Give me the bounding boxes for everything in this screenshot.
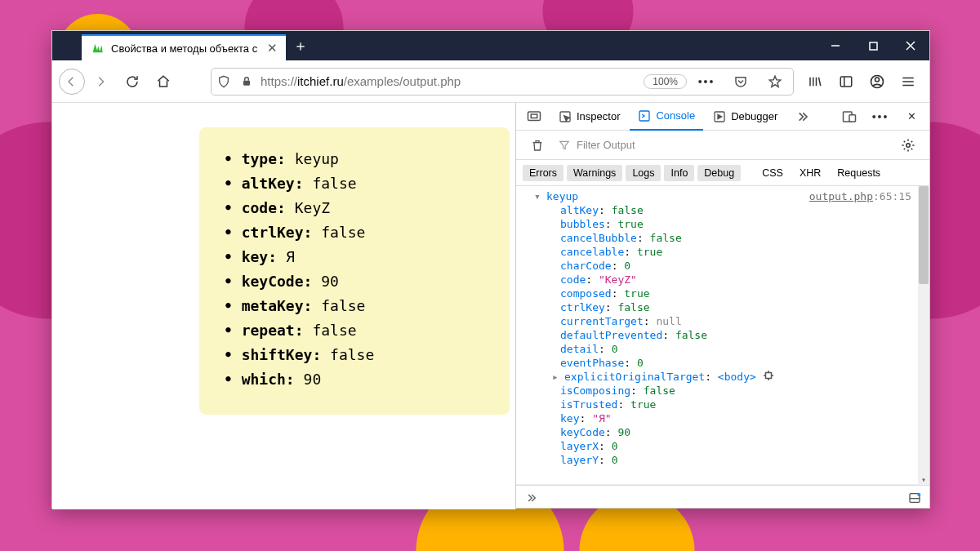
console-object-property[interactable]: cancelable: true — [523, 245, 918, 259]
event-name[interactable]: keyup — [546, 190, 578, 202]
filter-debug[interactable]: Debug — [697, 165, 741, 181]
devtools-menu-icon[interactable]: ••• — [866, 102, 895, 131]
sidebar-icon[interactable] — [831, 67, 861, 96]
console-object-property[interactable]: detail: 0 — [523, 342, 918, 356]
url-text: https://itchief.ru/examples/output.php — [261, 74, 639, 88]
expand-toggle-icon[interactable]: ▾ — [534, 189, 541, 203]
nav-toolbar: https://itchief.ru/examples/output.php 1… — [52, 60, 929, 103]
responsive-mode-icon[interactable] — [835, 102, 864, 131]
event-property-row: code: KeyZ — [224, 196, 485, 220]
event-property-row: repeat: false — [224, 318, 485, 343]
console-object-property[interactable]: eventPhase: 0 — [523, 356, 918, 370]
filter-errors[interactable]: Errors — [523, 165, 564, 181]
iframe-picker-icon[interactable] — [519, 102, 549, 131]
svg-rect-16 — [528, 112, 541, 121]
event-property-row: key: Я — [224, 245, 485, 269]
filter-requests[interactable]: Requests — [831, 165, 887, 181]
console-output: output.php:65:15 ▾keyup altKey: falsebub… — [516, 186, 929, 485]
tab-title: Свойства и методы объекта с — [111, 42, 257, 55]
event-property-row: ctrlKey: false — [224, 220, 485, 245]
filter-icon — [559, 140, 570, 151]
console-object-property[interactable]: ▸explicitOriginalTarget: <body> — [523, 370, 918, 384]
event-property-row: which: 90 — [224, 367, 485, 392]
svg-rect-17 — [531, 114, 537, 118]
pocket-icon[interactable] — [726, 67, 755, 96]
tracking-shield-icon[interactable] — [215, 74, 233, 89]
console-object-property[interactable]: key: "Я" — [523, 411, 918, 425]
svg-rect-24 — [765, 373, 771, 379]
console-object-property[interactable]: cancelBubble: false — [523, 231, 918, 245]
console-object-property[interactable]: layerX: 0 — [523, 439, 918, 453]
svg-point-23 — [906, 143, 911, 147]
scroll-down-icon[interactable]: ▾ — [918, 473, 929, 485]
nav-home-button[interactable] — [149, 67, 178, 96]
svg-rect-22 — [849, 114, 856, 121]
window-close-button[interactable] — [892, 31, 929, 60]
tab-close-icon[interactable]: ✕ — [267, 41, 278, 56]
console-object-property[interactable]: bubbles: true — [523, 217, 918, 231]
console-object-property[interactable]: isComposing: false — [523, 384, 918, 398]
library-icon[interactable] — [800, 67, 830, 96]
devtools-panel: Inspector Console Debugger ••• ✕ Filter … — [515, 103, 929, 509]
event-property-row: keyCode: 90 — [224, 269, 485, 294]
svg-point-31 — [917, 493, 920, 496]
source-link[interactable]: output.php:65:15 — [809, 189, 911, 203]
devtools-tab-debugger[interactable]: Debugger — [705, 103, 786, 131]
console-prompt-icon[interactable] — [524, 492, 537, 504]
devtools-tab-inspector[interactable]: Inspector — [550, 103, 628, 131]
new-tab-button[interactable]: ＋ — [286, 31, 315, 60]
console-object-property[interactable]: currentTarget: null — [523, 314, 918, 328]
filter-logs[interactable]: Logs — [626, 165, 661, 181]
browser-window: Свойства и методы объекта с ✕ ＋ https://… — [51, 30, 930, 509]
event-property-row: altKey: false — [224, 171, 485, 196]
console-settings-icon[interactable] — [893, 131, 923, 160]
console-object-property[interactable]: layerY: 0 — [523, 453, 918, 467]
filter-input[interactable]: Filter Output — [577, 139, 887, 151]
clear-console-icon[interactable] — [523, 131, 552, 160]
expand-toggle-icon[interactable]: ▸ — [552, 370, 559, 384]
nav-reload-button[interactable] — [118, 67, 147, 96]
zoom-badge[interactable]: 100% — [644, 74, 687, 89]
event-info-card: type: keyupaltKey: falsecode: KeyZctrlKe… — [199, 127, 510, 415]
lock-icon[interactable] — [238, 75, 256, 88]
console-object-property[interactable]: keyCode: 90 — [523, 425, 918, 439]
filter-css[interactable]: CSS — [755, 165, 790, 181]
console-object-property[interactable]: ctrlKey: false — [523, 300, 918, 314]
event-property-row: shiftKey: false — [224, 343, 485, 367]
title-bar: Свойства и методы объекта с ✕ ＋ — [52, 31, 929, 60]
nav-forward-button[interactable] — [87, 67, 116, 96]
app-menu-icon[interactable] — [893, 67, 923, 96]
console-scrollbar[interactable]: ▴ ▾ — [918, 186, 929, 485]
svg-rect-1 — [870, 42, 877, 50]
filter-warnings[interactable]: Warnings — [567, 165, 622, 181]
console-object-property[interactable]: composed: true — [523, 287, 918, 300]
event-property-row: type: keyup — [224, 147, 485, 171]
console-object-property[interactable]: charCode: 0 — [523, 259, 918, 273]
filter-xhr[interactable]: XHR — [793, 165, 827, 181]
filter-info[interactable]: Info — [664, 165, 694, 181]
page-content: type: keyupaltKey: falsecode: KeyZctrlKe… — [52, 103, 515, 509]
console-object-property[interactable]: altKey: false — [523, 203, 918, 217]
console-object-property[interactable]: isTrusted: true — [523, 398, 918, 411]
window-minimize-button[interactable] — [817, 31, 854, 60]
devtools-more-tabs-icon[interactable] — [787, 102, 817, 131]
scroll-thumb[interactable] — [919, 186, 929, 284]
url-bar[interactable]: https://itchief.ru/examples/output.php 1… — [211, 68, 794, 96]
bookmark-star-icon[interactable] — [760, 67, 790, 96]
account-icon[interactable] — [862, 67, 892, 96]
devtools-close-icon[interactable]: ✕ — [897, 102, 926, 131]
nav-back-button[interactable] — [59, 69, 85, 95]
node-highlight-icon[interactable] — [763, 370, 774, 381]
svg-rect-4 — [243, 80, 250, 85]
devtools-tab-console[interactable]: Console — [630, 103, 703, 131]
svg-rect-9 — [840, 77, 852, 87]
window-maximize-button[interactable] — [854, 31, 892, 60]
console-object-property[interactable]: code: "KeyZ" — [523, 273, 918, 287]
split-console-icon[interactable] — [908, 491, 921, 504]
page-actions-icon[interactable]: ••• — [692, 67, 721, 96]
event-property-row: metaKey: false — [224, 294, 485, 318]
console-object-property[interactable]: defaultPrevented: false — [523, 328, 918, 342]
svg-line-8 — [819, 77, 821, 86]
svg-point-12 — [875, 78, 880, 82]
browser-tab[interactable]: Свойства и методы объекта с ✕ — [82, 34, 286, 60]
